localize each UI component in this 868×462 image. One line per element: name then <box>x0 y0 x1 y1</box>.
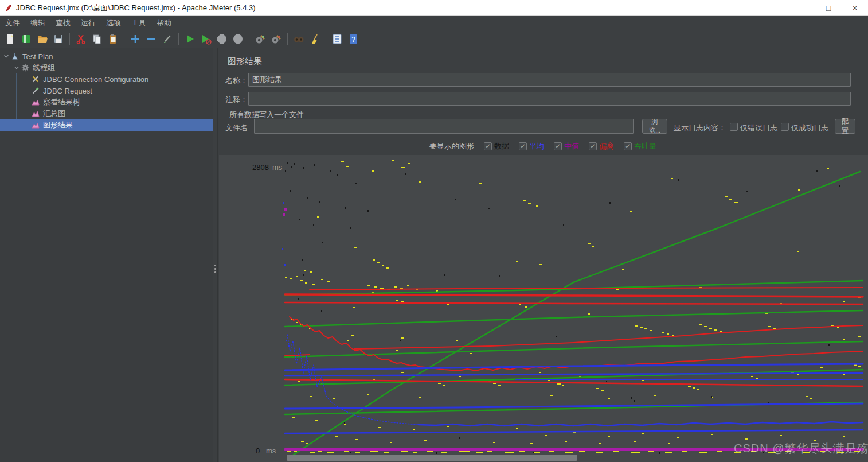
tree-item-label: JDBC Connection Configuration <box>43 75 148 84</box>
open-file-icon[interactable] <box>35 32 50 46</box>
comment-input[interactable] <box>248 92 851 106</box>
log-display-label: 显示日志内容： <box>674 123 726 133</box>
toggle-icon[interactable] <box>160 32 175 46</box>
start-icon[interactable] <box>182 32 197 46</box>
display-graph-label-1: 平均 <box>529 141 544 152</box>
y-axis-min-value: 0 <box>256 447 260 455</box>
filename-input[interactable] <box>254 119 634 134</box>
cut-icon[interactable] <box>73 32 88 46</box>
display-graph-checkbox-3[interactable]: ✓ <box>589 142 597 150</box>
search-icon[interactable] <box>291 32 306 46</box>
tree-expand-chevron[interactable] <box>13 64 21 72</box>
plot-background <box>219 155 868 462</box>
menu-item-2[interactable]: 查找 <box>50 16 76 30</box>
paste-icon[interactable] <box>105 32 120 46</box>
tree-item-label: 汇总图 <box>43 108 65 119</box>
test-plan-tree: Test Plan线程组JDBC Connection Configuratio… <box>0 48 213 462</box>
title-bar: JDBC Request.jmx (D:\桌面\JDBC Request.jmx… <box>0 0 868 16</box>
menu-item-1[interactable]: 编辑 <box>25 16 50 30</box>
toolbar-separator <box>287 33 288 45</box>
panel-title: 图形结果 <box>228 56 262 67</box>
display-graph-item-4: ✓吞吐量 <box>624 141 656 152</box>
errors-only-label[interactable]: 仅错误日志 <box>740 123 777 133</box>
listener-icon <box>31 98 40 106</box>
success-only-checkbox[interactable] <box>781 123 789 131</box>
new-file-icon[interactable] <box>3 32 18 46</box>
y-axis-max-value: 2808 <box>252 163 269 172</box>
split-divider[interactable] <box>213 48 218 462</box>
y-axis-min-unit: ms <box>266 447 276 455</box>
toolbar-separator <box>249 33 249 45</box>
function-helper-icon[interactable] <box>330 32 345 46</box>
menu-item-6[interactable]: 帮助 <box>151 16 177 30</box>
display-graph-item-3: ✓偏离 <box>589 141 614 152</box>
tree-item-jdbc-request[interactable]: JDBC Request <box>0 85 213 96</box>
window-title: JDBC Request.jmx (D:\桌面\JDBC Request.jmx… <box>16 3 256 13</box>
shutdown-icon[interactable] <box>230 32 245 46</box>
toolbar-separator <box>178 33 179 45</box>
display-graph-label-3: 偏离 <box>599 141 614 152</box>
menu-item-0[interactable]: 文件 <box>0 16 25 30</box>
tree-item-jdbc-connection-configuration[interactable]: JDBC Connection Configuration <box>0 73 213 85</box>
tree-item-汇总图[interactable]: 汇总图 <box>0 108 213 119</box>
templates-icon[interactable] <box>19 32 34 46</box>
remove-icon[interactable] <box>144 32 159 46</box>
graph-results-panel: 图形结果 名称： 注释： 所有数据写入一个文件 文件名 浏览... 显示日志内容… <box>218 48 868 462</box>
menu-bar: 文件编辑查找运行选项工具帮助 <box>0 16 868 30</box>
display-graph-checkbox-2[interactable]: ✓ <box>554 142 562 150</box>
tree-item-test-plan[interactable]: Test Plan <box>0 51 213 62</box>
name-label: 名称： <box>225 76 248 86</box>
listener-icon <box>31 121 40 129</box>
divider-grip[interactable] <box>214 265 217 273</box>
name-input[interactable] <box>248 73 851 87</box>
display-graph-item-1: ✓平均 <box>519 141 544 152</box>
maximize-button[interactable]: □ <box>815 0 842 15</box>
menu-item-3[interactable]: 运行 <box>76 16 101 30</box>
jmeter-logo-icon <box>5 4 13 12</box>
display-graph-label-4: 吞吐量 <box>634 141 656 152</box>
success-only-label[interactable]: 仅成功日志 <box>791 123 828 133</box>
display-graph-checkbox-0[interactable]: ✓ <box>484 142 492 150</box>
save-icon[interactable] <box>51 32 66 46</box>
menu-item-4[interactable]: 选项 <box>101 16 126 30</box>
display-graph-checkbox-4[interactable]: ✓ <box>624 142 632 150</box>
display-graph-label-2: 中值 <box>564 141 579 152</box>
errors-only-checkbox[interactable] <box>730 123 738 131</box>
y-axis-max-unit: ms <box>272 163 282 172</box>
tree-item-label: 线程组 <box>33 63 55 73</box>
toolbar-separator <box>326 33 326 45</box>
thread-group-icon <box>21 64 30 72</box>
filename-label: 文件名 <box>225 123 248 133</box>
tree-item-图形结果[interactable]: 图形结果 <box>0 119 213 131</box>
test-plan-icon <box>10 52 19 60</box>
display-graph-label-0: 数据 <box>494 141 509 152</box>
clear-all-icon[interactable] <box>307 32 322 46</box>
display-graph-item-0: ✓数据 <box>484 141 509 152</box>
minimize-button[interactable]: – <box>789 0 815 15</box>
toolbar-separator <box>124 33 124 45</box>
add-icon[interactable] <box>128 32 143 46</box>
tree-item-label: JDBC Request <box>43 87 92 95</box>
tree-item-察看结果树[interactable]: 察看结果树 <box>0 96 213 108</box>
configure-button[interactable]: 配置 <box>835 119 855 134</box>
svg-text:?: ? <box>351 36 355 44</box>
close-button[interactable]: × <box>842 0 868 15</box>
stop-icon[interactable] <box>214 32 229 46</box>
display-graph-checkbox-1[interactable]: ✓ <box>519 142 527 150</box>
horizontal-scrollbar-thumb[interactable] <box>287 455 577 461</box>
tree-item-label: 图形结果 <box>43 120 73 130</box>
browse-button[interactable]: 浏览... <box>642 119 667 134</box>
start-no-timers-icon[interactable] <box>198 32 213 46</box>
tree-item-线程组[interactable]: 线程组 <box>0 62 213 73</box>
remote-start-all-icon[interactable] <box>253 32 268 46</box>
watermark-text: CSDN @繁华尽头满是殇 <box>734 441 868 456</box>
toolbar: ? <box>0 30 868 48</box>
menu-item-5[interactable]: 工具 <box>126 16 151 30</box>
copy-icon[interactable] <box>89 32 104 46</box>
tree-expand-chevron[interactable] <box>2 52 10 60</box>
tree-item-label: Test Plan <box>22 52 53 61</box>
listener-icon <box>31 110 40 118</box>
graphs-to-display-label: 要显示的图形 <box>429 141 474 152</box>
remote-stop-all-icon[interactable] <box>269 32 284 46</box>
help-icon[interactable]: ? <box>346 32 361 46</box>
